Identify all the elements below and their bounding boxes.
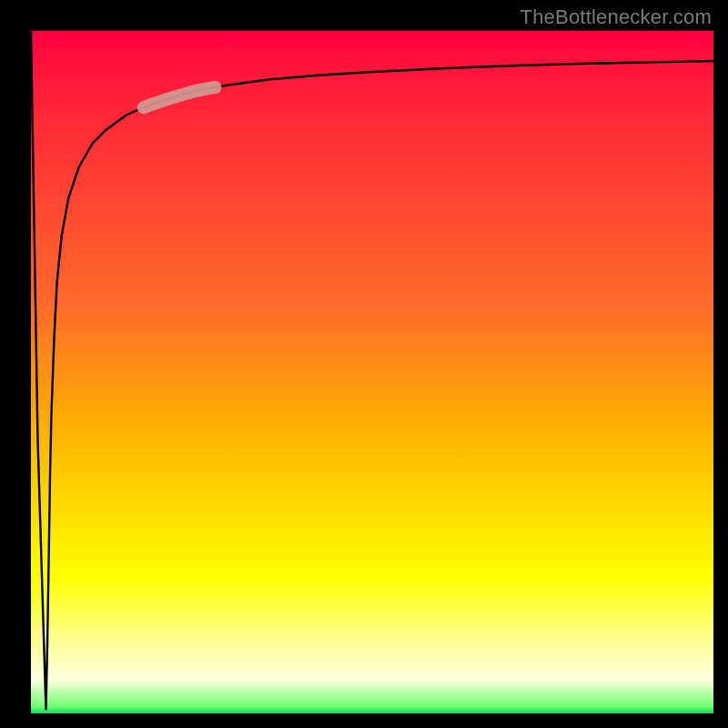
bottleneck-curve-line	[31, 31, 713, 710]
bottleneck-curve-svg	[31, 31, 713, 713]
chart-frame: TheBottlenecker.com	[0, 0, 728, 728]
gradient-plot-area	[31, 31, 713, 713]
brand-watermark: TheBottlenecker.com	[521, 5, 712, 29]
curve-highlight-segment	[144, 87, 216, 107]
